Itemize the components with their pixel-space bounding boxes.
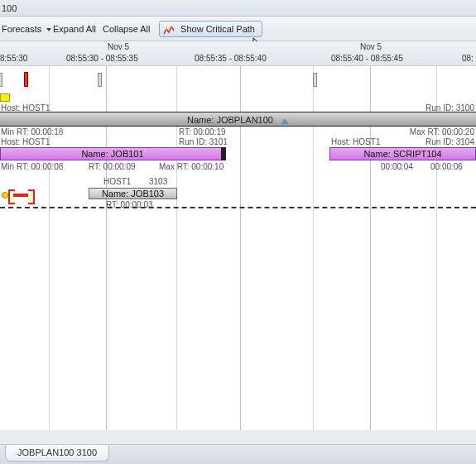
job-bar-script104[interactable]: Name: SCRIPT104 [329,147,476,160]
toolbar: Forecasts Expand All Collapse All Show C… [0,17,476,41]
timeline-marker-yellow [0,93,10,102]
show-critical-path-label: Show Critical Path [180,24,255,34]
min-rt-label: Min RT: 00:00:08 [1,162,63,171]
timeline-header: Nov 5 Nov 5 8:55:30 08:55:30 - 08:55:35 … [0,41,476,66]
svg-point-0 [166,28,167,30]
bar-endcap [221,147,226,160]
section-divider-dashed [0,207,476,208]
min-rt-label: Min RT: 00:00:18 [1,127,63,136]
footer-tab-jobplan[interactable]: JOBPLAN100 3100 [5,445,109,462]
job-bar-job103[interactable]: Name: JOB103 [89,188,177,199]
rt-label: RT: 00:00:09 [89,162,136,171]
time-range-0: 8:55:30 [0,54,27,63]
job-bar-job101[interactable]: Name: JOB101 [0,147,225,160]
time-range-1: 08:55:30 - 08:55:35 [66,54,138,63]
status-dot-yellow [2,192,8,199]
svg-point-1 [171,26,172,27]
time-range-3: 08:55:40 - 08:55:45 [331,54,403,63]
critical-path-icon [163,24,175,36]
collapse-icon[interactable] [281,118,289,124]
timeline-tick [98,73,102,87]
timeline-tick [0,73,2,87]
max-rt-label: Max RT: 00:00:20 [410,127,474,136]
forecasts-label: Forecasts [2,24,41,34]
script104-label: Name: SCRIPT104 [363,149,441,159]
show-critical-path-button[interactable]: Show Critical Path [159,21,262,37]
time-range-2: 08:55:35 - 08:55:40 [195,54,267,63]
rt-label: RT: 00:00:19 [179,127,226,136]
bracket-marker [8,189,35,201]
time-range-4: 08: [462,54,474,63]
gantt-chart[interactable]: Host: HOST1 Run ID: 3100 Name: JOBPLAN10… [0,66,476,430]
host-label-small: HOST1 [103,177,131,186]
day-label-2: Nov 5 [360,42,382,51]
jobplan-header[interactable]: Name: JOBPLAN100 [0,112,476,127]
runid-label: Run ID: 3101 [179,137,228,146]
day-label-1: Nov 5 [108,42,129,51]
job103-label: Name: JOB103 [102,189,164,199]
rt-label-r2: 00:00:06 [430,162,463,171]
forecasts-dropdown[interactable]: Forecasts [2,22,51,36]
host-label: Host: HOST1 [1,137,50,146]
window-title-fragment: 100 [0,0,476,17]
jobplan-name: Name: JOBPLAN100 [187,115,273,125]
timeline-marker-red [24,72,28,87]
collapse-all-button[interactable]: Collapse All [103,22,150,36]
rt-label-r1: 00:00:04 [381,162,413,171]
runid-label-small: 3103 [149,177,167,186]
footer-tabstrip: JOBPLAN100 3100 [0,444,476,464]
chevron-down-icon [46,28,51,31]
job101-label: Name: JOB101 [81,149,143,159]
max-rt-label: Max RT: 00:00:10 [159,162,224,171]
expand-all-button[interactable]: Expand All [53,22,96,36]
runid-label-r: Run ID: 3104 [426,137,474,146]
timeline-tick [313,73,317,87]
host-label-r: Host: HOST1 [331,137,380,146]
